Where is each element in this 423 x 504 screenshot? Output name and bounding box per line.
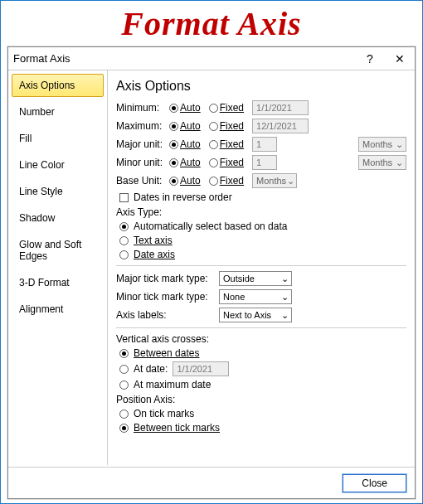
major-fixed-radio[interactable]: Fixed	[209, 138, 244, 150]
base-fixed-radio[interactable]: Fixed	[209, 175, 244, 187]
major-tick-select[interactable]: Outside⌄	[219, 271, 292, 286]
panel-heading: Axis Options	[116, 79, 406, 94]
minor-tick-select[interactable]: None⌄	[219, 289, 292, 304]
label-minimum: Minimum:	[116, 102, 164, 114]
major-unit-type-select[interactable]: Months⌄	[358, 137, 406, 152]
label-type-auto: Automatically select based on data	[134, 220, 287, 232]
label-reverse-order: Dates in reverse order	[134, 191, 232, 203]
sidebar-item-glow[interactable]: Glow and Soft Edges	[12, 233, 104, 268]
label-minor-tick: Minor tick mark type:	[116, 291, 214, 303]
pos-on-tick-radio[interactable]	[119, 410, 129, 419]
sidebar-item-number[interactable]: Number	[12, 100, 104, 124]
dialog-footer: Close	[8, 467, 415, 498]
base-unit-select[interactable]: Months⌄	[252, 173, 297, 188]
format-axis-dialog: Format Axis ? ✕ Axis Options Number Fill…	[7, 46, 416, 499]
minor-unit-type-select[interactable]: Months⌄	[358, 155, 406, 170]
axis-type-text-radio[interactable]	[119, 236, 129, 245]
sidebar-item-3d-format[interactable]: 3-D Format	[12, 271, 104, 294]
label-between-dates: Between dates	[134, 347, 199, 359]
cross-at-date-radio[interactable]	[119, 365, 129, 374]
chevron-down-icon: ⌄	[279, 310, 290, 321]
minimum-fixed-radio[interactable]: Fixed	[209, 102, 244, 114]
minor-auto-radio[interactable]: Auto	[169, 157, 201, 168]
sidebar-item-shadow[interactable]: Shadow	[12, 206, 104, 230]
chevron-down-icon: ⌄	[279, 274, 290, 284]
label-at-date: At date:	[134, 363, 168, 375]
label-type-text: Text axis	[134, 235, 173, 246]
label-axis-labels: Axis labels:	[116, 309, 214, 321]
label-at-max: At maximum date	[134, 379, 211, 390]
sidebar-item-alignment[interactable]: Alignment	[12, 298, 104, 321]
chevron-down-icon: ⌄	[393, 139, 405, 150]
label-base-unit: Base Unit:	[116, 175, 164, 187]
minimum-auto-radio[interactable]: Auto	[169, 102, 201, 114]
pos-between-tick-radio[interactable]	[119, 424, 129, 433]
axis-type-date-radio[interactable]	[119, 250, 129, 259]
dialog-title: Format Axis	[8, 52, 355, 65]
category-sidebar: Axis Options Number Fill Line Color Line…	[8, 70, 108, 465]
maximum-auto-radio[interactable]: Auto	[169, 120, 201, 132]
minor-fixed-radio[interactable]: Fixed	[209, 157, 244, 168]
label-maximum: Maximum:	[116, 120, 164, 132]
cross-at-max-radio[interactable]	[119, 380, 129, 390]
reverse-order-checkbox[interactable]	[119, 193, 129, 202]
help-button[interactable]: ?	[355, 52, 385, 65]
label-vertical-cross: Vertical axis crosses:	[116, 333, 406, 345]
chevron-down-icon: ⌄	[393, 158, 405, 168]
cross-between-dates-radio[interactable]	[119, 349, 129, 358]
maximum-fixed-radio[interactable]: Fixed	[209, 120, 244, 132]
at-date-input[interactable]: 1/1/2021	[173, 361, 229, 376]
label-type-date: Date axis	[134, 249, 175, 260]
close-button[interactable]: Close	[343, 474, 406, 492]
dialog-body: Axis Options Number Fill Line Color Line…	[8, 70, 415, 465]
label-axis-type: Axis Type:	[116, 206, 406, 218]
label-major-tick: Major tick mark type:	[116, 273, 214, 284]
label-major-unit: Major unit:	[116, 138, 164, 150]
sidebar-item-line-style[interactable]: Line Style	[12, 180, 104, 203]
maximum-input[interactable]: 12/1/2021	[252, 119, 309, 133]
axis-type-auto-radio[interactable]	[119, 222, 129, 231]
options-panel: Axis Options Minimum: Auto Fixed 1/1/202…	[108, 70, 415, 465]
major-unit-input[interactable]: 1	[252, 137, 277, 152]
page-banner: Format Axis	[1, 1, 422, 43]
label-minor-unit: Minor unit:	[116, 157, 164, 168]
label-on-tick: On tick marks	[134, 408, 194, 419]
minimum-input[interactable]: 1/1/2021	[252, 100, 309, 115]
sidebar-item-fill[interactable]: Fill	[12, 127, 104, 150]
sidebar-item-axis-options[interactable]: Axis Options	[12, 74, 104, 97]
base-auto-radio[interactable]: Auto	[169, 175, 201, 187]
close-x-button[interactable]: ✕	[385, 52, 415, 65]
chevron-down-icon: ⌄	[286, 176, 295, 187]
axis-labels-select[interactable]: Next to Axis⌄	[219, 308, 292, 322]
sidebar-item-line-color[interactable]: Line Color	[12, 153, 104, 177]
minor-unit-input[interactable]: 1	[252, 155, 277, 170]
major-auto-radio[interactable]: Auto	[169, 138, 201, 150]
label-between-tick: Between tick marks	[134, 422, 220, 434]
label-position-axis: Position Axis:	[116, 394, 406, 405]
titlebar: Format Axis ? ✕	[8, 47, 415, 70]
chevron-down-icon: ⌄	[279, 292, 290, 303]
